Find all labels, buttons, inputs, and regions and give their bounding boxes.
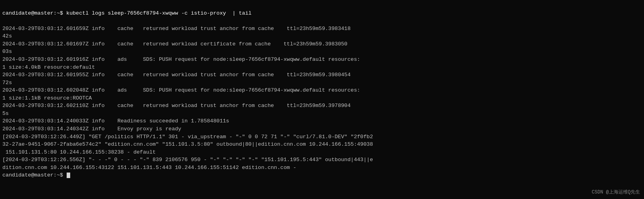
log-line: 42s [2, 32, 642, 40]
command-line: candidate@master:~$ kubectl logs sleep-7… [2, 9, 642, 17]
command-text: candidate@master:~$ kubectl logs sleep-7… [2, 10, 252, 16]
log-line: candidate@master:~$ [2, 171, 642, 179]
log-line: 2024-03-29T03:03:12.602048Z info ads SDS… [2, 86, 642, 94]
log-line: 1 size:4.0kB resource:default [2, 64, 642, 71]
terminal-output: candidate@master:~$ kubectl logs sleep-7… [2, 2, 642, 25]
cursor [67, 173, 70, 178]
watermark: CSDN @上海运维Q先生 [592, 189, 640, 196]
log-line: 72s [2, 79, 642, 87]
log-line: [2024-03-29T03:12:26.449Z] "GET /politic… [2, 133, 642, 141]
log-line: 1 size:1.1kB resource:ROOTCA [2, 94, 642, 102]
log-line: 2024-03-29T03:03:12.601697Z info cache r… [2, 40, 642, 48]
log-line: 151.101.131.5:80 10.244.166.155:38238 - … [2, 148, 642, 156]
log-line: 2024-03-29T03:03:12.602110Z info cache r… [2, 102, 642, 110]
log-line: 2024-03-29T03:03:12.601916Z info ads SDS… [2, 56, 642, 64]
log-line: 2024-03-29T03:03:12.601955Z info cache r… [2, 71, 642, 79]
log-line: 32-27ae-9451-9067-2faba6e574c2" "edition… [2, 141, 642, 148]
log-line: dition.cnn.com 10.244.166.155:43122 151.… [2, 164, 642, 172]
log-line: [2024-03-29T03:12:26.556Z] "- - -" 0 - -… [2, 156, 642, 164]
log-line: 2024-03-29T03:03:14.240033Z info Readine… [2, 117, 642, 125]
log-line: 2024-03-29T03:03:14.240342Z info Envoy p… [2, 125, 642, 133]
log-line: 2024-03-29T03:03:12.601659Z info cache r… [2, 25, 642, 33]
log-line: 5s [2, 110, 642, 118]
log-container: 2024-03-29T03:03:12.601659Z info cache r… [2, 25, 642, 179]
log-line: 03s [2, 48, 642, 56]
